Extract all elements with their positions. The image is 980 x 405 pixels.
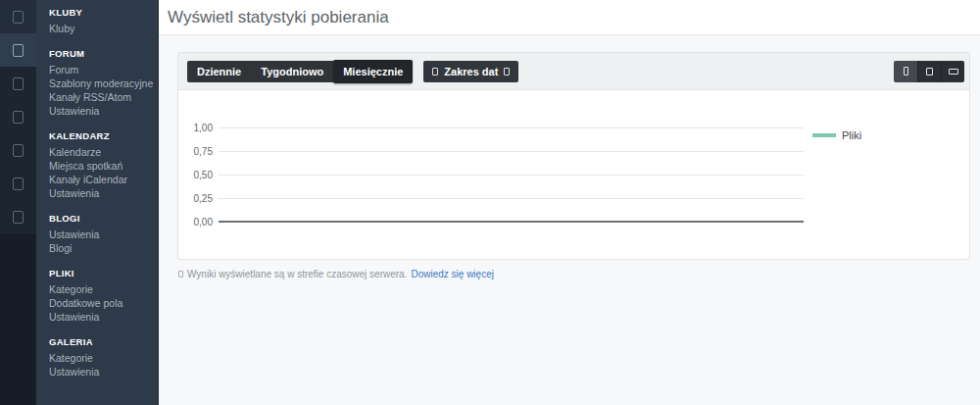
sidebar-header-forum: FORUM xyxy=(49,48,152,59)
chart-gridline-row: 1,00 xyxy=(219,105,804,128)
sidebar-item-blogi[interactable]: Blogi xyxy=(49,241,152,255)
chart-gridline-row: 0,25 xyxy=(219,176,804,199)
chart-view-switcher xyxy=(894,61,964,82)
app-rail-item-1[interactable] xyxy=(0,0,36,33)
app-rail-item-2[interactable] xyxy=(0,33,36,67)
admin-screen: KLUBY Kluby FORUM Forum Szablony moderac… xyxy=(0,0,980,405)
chart-view-toggle-3[interactable] xyxy=(941,61,964,82)
app-icon xyxy=(13,77,24,90)
chart-gridline-row: 0,75 xyxy=(219,128,804,152)
caret-down-icon xyxy=(504,68,510,76)
app-icon xyxy=(13,11,24,24)
date-range-button[interactable]: Zakres dat xyxy=(423,61,518,82)
app-icon xyxy=(13,211,24,224)
chart-toolbar: Dziennie Tygodniowo Miesięcznie xyxy=(178,53,969,89)
y-axis-tick-label: 0,50 xyxy=(194,170,213,180)
app-icon xyxy=(13,111,24,124)
chart-card: Dziennie Tygodniowo Miesięcznie xyxy=(177,52,970,260)
view-toggle-icon xyxy=(926,68,933,76)
app-rail-item-6[interactable] xyxy=(0,167,36,200)
chart-legend[interactable]: Pliki xyxy=(812,129,861,141)
app-rail-item-3[interactable] xyxy=(0,67,36,100)
sidebar-header-kalendarz: KALENDARZ xyxy=(49,130,152,141)
sidebar-item-kluby[interactable]: Kluby xyxy=(49,22,152,35)
view-toggle-icon xyxy=(904,67,908,76)
y-axis-tick-label: 0,00 xyxy=(194,217,213,228)
sidebar-item-kalendarz-ustawienia[interactable]: Ustawienia xyxy=(49,186,152,200)
chart-grid: 1,00 0,75 0,50 0,25 xyxy=(178,90,969,223)
sidebar: KLUBY Kluby FORUM Forum Szablony moderac… xyxy=(36,0,159,405)
sidebar-item-blogi-ustawienia[interactable]: Ustawienia xyxy=(49,228,152,241)
interval-tabs: Dziennie Tygodniowo Miesięcznie xyxy=(187,61,413,82)
app-icon-rail xyxy=(0,0,36,405)
timezone-footnote-text: Wyniki wyświetlane są w strefie czasowej… xyxy=(187,269,407,279)
sidebar-item-pliki-kategorie[interactable]: Kategorie xyxy=(49,282,152,296)
sidebar-item-kanaly-rss-atom[interactable]: Kanały RSS/Atom xyxy=(49,90,152,104)
sidebar-header-pliki: PLIKI xyxy=(49,268,152,278)
sidebar-item-galeria-ustawienia[interactable]: Ustawienia xyxy=(49,365,152,379)
y-axis-tick-label: 0,25 xyxy=(194,193,213,204)
sidebar-item-forum-ustawienia[interactable]: Ustawienia xyxy=(49,104,152,118)
sidebar-item-szablony-moderacyjne[interactable]: Szablony moderacyjne xyxy=(49,76,152,90)
tab-miesiecznie[interactable]: Miesięcznie xyxy=(333,60,413,83)
app-rail-item-5[interactable] xyxy=(0,133,36,167)
timezone-footnote: Wyniki wyświetlane są w strefie czasowej… xyxy=(178,269,970,279)
calendar-icon xyxy=(432,68,438,76)
chart-view-toggle-2[interactable] xyxy=(917,61,941,82)
y-axis-tick-label: 1,00 xyxy=(194,123,213,133)
app-icon xyxy=(13,177,24,190)
app-rail-item-7[interactable] xyxy=(0,200,36,233)
app-icon xyxy=(13,44,24,57)
sidebar-item-kalendarze[interactable]: Kalendarze xyxy=(49,145,152,159)
legend-label-pliki: Pliki xyxy=(842,129,861,141)
tab-dziennie[interactable]: Dziennie xyxy=(187,61,251,82)
chart-plot-area: 1,00 0,75 0,50 0,25 xyxy=(178,89,969,259)
page-header: Wyświetl statystyki pobierania xyxy=(159,0,980,35)
app-rail-item-4[interactable] xyxy=(0,100,36,133)
sidebar-header-blogi: BLOGI xyxy=(49,213,152,224)
sidebar-header-kluby: KLUBY xyxy=(49,7,152,18)
chart-gridline-row: 0,50 xyxy=(219,152,804,176)
chart-view-toggle-1[interactable] xyxy=(894,61,917,82)
view-toggle-icon xyxy=(949,69,958,75)
page-title: Wyświetl statystyki pobierania xyxy=(168,8,389,27)
content-area: Dziennie Tygodniowo Miesięcznie xyxy=(159,35,980,279)
info-icon xyxy=(178,271,183,278)
sidebar-header-galeria: GALERIA xyxy=(49,336,152,347)
chart-gridline-row: 0,00 xyxy=(219,199,804,223)
legend-swatch-pliki xyxy=(812,133,836,137)
date-range-label: Zakres dat xyxy=(444,66,498,77)
tab-tygodniowo[interactable]: Tygodniowo xyxy=(251,61,333,82)
sidebar-item-pliki-ustawienia[interactable]: Ustawienia xyxy=(49,310,152,324)
learn-more-link[interactable]: Dowiedz się więcej xyxy=(411,269,493,279)
sidebar-item-galeria-kategorie[interactable]: Kategorie xyxy=(49,351,152,365)
sidebar-item-dodatkowe-pola[interactable]: Dodatkowe pola xyxy=(49,296,152,310)
y-axis-tick-label: 0,75 xyxy=(194,146,213,157)
sidebar-item-miejsca-spotkan[interactable]: Miejsca spotkań xyxy=(49,159,152,173)
app-icon xyxy=(13,144,24,157)
main-area: Wyświetl statystyki pobierania Dziennie … xyxy=(159,0,980,405)
sidebar-item-kanaly-icalendar[interactable]: Kanały iCalendar xyxy=(49,173,152,186)
sidebar-item-forum[interactable]: Forum xyxy=(49,63,152,76)
